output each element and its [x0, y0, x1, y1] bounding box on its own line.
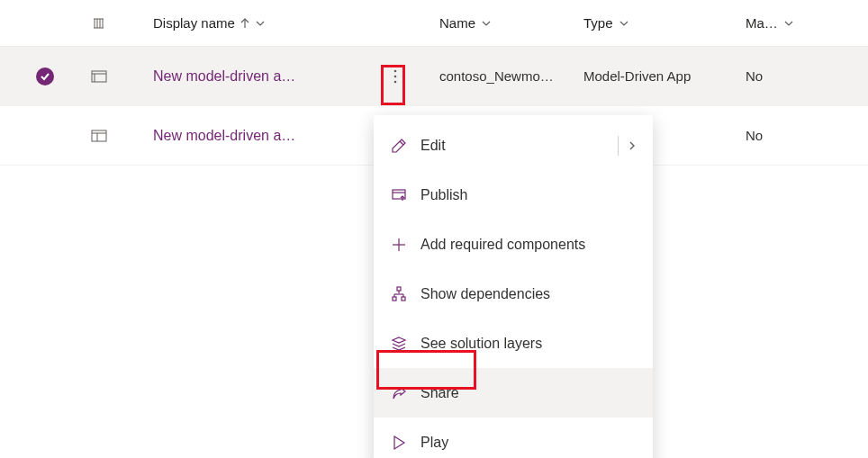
svg-rect-27 — [402, 297, 405, 301]
svg-point-12 — [394, 80, 397, 83]
svg-rect-26 — [393, 297, 396, 301]
menu-label: Play — [420, 435, 637, 451]
header-icon-column — [72, 16, 126, 31]
managed-cell: No — [746, 68, 763, 84]
column-header-label: Display name — [153, 15, 235, 31]
model-app-icon — [91, 130, 107, 142]
display-name-link[interactable]: New model-driven a… — [153, 68, 295, 84]
type-cell: Model-Driven App — [583, 68, 691, 84]
menu-item-edit[interactable]: Edit — [374, 121, 653, 170]
row-select-cell[interactable] — [18, 67, 72, 85]
column-header-managed[interactable]: Ma… — [746, 15, 868, 31]
column-header-label: Type — [583, 15, 613, 31]
menu-label: Publish — [420, 187, 637, 203]
context-menu: Edit Publish Add required components — [374, 115, 653, 458]
svg-marker-33 — [394, 436, 404, 449]
column-header-label: Name — [439, 15, 475, 31]
menu-item-add-components[interactable]: Add required components — [374, 220, 653, 269]
menu-item-see-layers[interactable]: See solution layers — [374, 319, 653, 368]
hierarchy-icon — [390, 286, 408, 302]
name-cell: contoso_Newmo… — [439, 68, 554, 84]
svg-rect-13 — [92, 130, 106, 141]
column-header-display-name[interactable]: Display name — [153, 15, 378, 31]
managed-cell: No — [746, 128, 763, 143]
chevron-down-icon — [619, 18, 629, 29]
share-icon — [390, 385, 408, 401]
column-header-name[interactable]: Name — [439, 15, 556, 31]
menu-label: Show dependencies — [420, 286, 637, 302]
svg-line-19 — [400, 141, 403, 145]
play-icon — [390, 435, 408, 451]
menu-item-share[interactable]: Share — [374, 368, 653, 418]
chevron-down-icon — [783, 18, 794, 29]
svg-point-11 — [394, 75, 397, 77]
menu-label: See solution layers — [420, 336, 637, 352]
svg-rect-7 — [92, 71, 106, 82]
layers-icon — [390, 336, 408, 352]
menu-item-play[interactable]: Play — [374, 418, 653, 458]
row-type-icon-cell — [72, 70, 126, 83]
menu-item-publish[interactable]: Publish — [374, 170, 653, 220]
chevron-down-icon — [481, 18, 492, 29]
menu-item-show-dependencies[interactable]: Show dependencies — [374, 269, 653, 319]
svg-point-10 — [394, 69, 397, 72]
column-header-type[interactable]: Type — [583, 15, 719, 31]
table-header-row: Display name Name Ty — [0, 0, 868, 47]
column-header-label: Ma… — [746, 15, 778, 31]
table-row[interactable]: New model-driven a… contoso_Newmo… Model… — [0, 47, 868, 106]
display-name-link[interactable]: New model-driven a… — [153, 128, 295, 143]
menu-label: Edit — [420, 138, 605, 154]
row-type-icon-cell — [72, 130, 126, 142]
sort-ascending-icon — [240, 18, 249, 29]
pencil-icon — [390, 138, 408, 154]
menu-label: Add required components — [420, 237, 637, 253]
svg-rect-25 — [397, 287, 401, 291]
menu-label: Share — [420, 385, 637, 401]
publish-icon — [390, 187, 408, 203]
plus-icon — [390, 237, 408, 253]
selected-check-icon — [36, 67, 54, 85]
submenu-indicator — [618, 136, 637, 156]
more-actions-button[interactable] — [388, 64, 402, 89]
svg-marker-32 — [393, 337, 405, 343]
column-chooser-icon[interactable] — [92, 16, 106, 31]
chevron-down-icon — [255, 18, 266, 29]
model-app-icon — [91, 70, 107, 83]
